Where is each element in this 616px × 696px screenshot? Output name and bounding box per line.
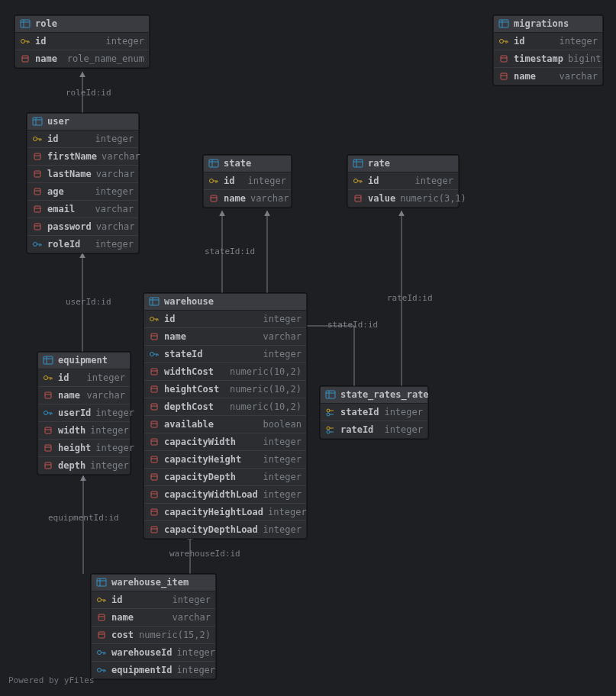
col-name: age [47, 186, 64, 197]
column-row[interactable]: widthinteger [38, 422, 130, 440]
pk-icon [208, 176, 219, 186]
column-row[interactable]: firstNamevarchar [27, 148, 138, 166]
col-type: integer [240, 437, 302, 447]
col-type: varchar [138, 612, 211, 623]
column-row[interactable]: namerole_name_enum [15, 50, 149, 67]
column-row[interactable]: namevarchar [204, 190, 291, 207]
table-warehouse-item[interactable]: warehouse_item idinteger namevarchar cos… [91, 574, 216, 679]
col-name: name [514, 71, 536, 82]
column-icon [149, 331, 160, 342]
svg-point-28 [34, 243, 37, 246]
column-icon [43, 425, 53, 436]
col-type: bigint [568, 53, 601, 64]
col-type: integer [383, 176, 453, 186]
column-row[interactable]: namevarchar [144, 328, 306, 346]
col-name: id [47, 134, 58, 144]
column-row[interactable]: stateIdinteger [144, 346, 306, 363]
table-user[interactable]: user idinteger firstNamevarchar lastName… [27, 113, 139, 253]
svg-point-97 [98, 669, 102, 672]
column-row[interactable]: idinteger [27, 130, 138, 148]
column-row[interactable]: idinteger [38, 369, 130, 387]
column-row[interactable]: stateIdinteger [321, 404, 427, 421]
table-state[interactable]: state idinteger namevarchar [203, 155, 292, 208]
svg-rect-24 [34, 206, 40, 212]
column-row[interactable]: depthCostnumeric(10,2) [144, 398, 306, 416]
column-row[interactable]: rateIdinteger [321, 421, 427, 438]
svg-rect-18 [34, 153, 40, 160]
column-row[interactable]: idinteger [494, 33, 602, 50]
col-type: integer [263, 524, 302, 535]
column-row[interactable]: widthCostnumeric(10,2) [144, 363, 306, 381]
column-row[interactable]: userIdinteger [38, 404, 130, 422]
svg-rect-26 [34, 224, 40, 230]
column-row[interactable]: lastNamevarchar [27, 166, 138, 183]
column-icon [149, 384, 160, 395]
column-icon [149, 366, 160, 377]
column-row[interactable]: warehouseIdinteger [92, 644, 215, 662]
column-row[interactable]: capacityHeightLoadinteger [144, 504, 306, 521]
column-row[interactable]: idinteger [92, 591, 215, 609]
column-row[interactable]: timestampbigint [494, 50, 602, 68]
column-row[interactable]: idinteger [15, 33, 149, 50]
col-name: available [164, 419, 214, 430]
svg-rect-54 [151, 421, 157, 427]
pkfk-icon [325, 424, 336, 435]
column-row[interactable]: valuenumeric(3,1) [348, 190, 458, 207]
col-name: stateId [340, 407, 379, 417]
column-row[interactable]: idinteger [144, 311, 306, 328]
column-row[interactable]: equipmentIdinteger [92, 662, 215, 678]
col-type: numeric(3,1) [400, 193, 466, 204]
svg-point-44 [150, 317, 154, 321]
table-role[interactable]: role idinteger namerole_name_enum [15, 15, 150, 68]
column-row[interactable]: capacityHeightinteger [144, 451, 306, 469]
col-name: firstName [47, 151, 97, 162]
column-row[interactable]: availableboolean [144, 416, 306, 433]
column-row[interactable]: capacityDepthinteger [144, 469, 306, 486]
col-type: integer [85, 239, 134, 250]
column-row[interactable]: namevarchar [92, 609, 215, 627]
table-header: warehouse_item [92, 575, 215, 591]
svg-rect-12 [501, 73, 507, 79]
table-migrations[interactable]: migrations idinteger timestampbigint nam… [493, 15, 603, 85]
col-type: integer [69, 186, 134, 197]
column-row[interactable]: passwordvarchar [27, 218, 138, 236]
table-rate[interactable]: rate idinteger valuenumeric(3,1) [347, 155, 459, 208]
svg-point-84 [327, 409, 330, 412]
table-equipment[interactable]: equipment idinteger namevarchar userIdin… [37, 352, 131, 475]
column-row[interactable]: idinteger [204, 172, 291, 190]
svg-rect-22 [34, 188, 40, 195]
svg-rect-6 [499, 20, 508, 27]
table-state-rates-rate[interactable]: state_rates_rate stateIdinteger rateIdin… [320, 386, 428, 439]
column-row[interactable]: namevarchar [38, 387, 130, 404]
column-icon [20, 53, 31, 64]
column-row[interactable]: capacityDepthLoadinteger [144, 521, 306, 538]
column-row[interactable]: heightCostnumeric(10,2) [144, 381, 306, 398]
svg-rect-50 [151, 386, 157, 392]
column-row[interactable]: idinteger [348, 172, 458, 190]
col-name: email [47, 204, 75, 214]
column-row[interactable]: heightinteger [38, 440, 130, 457]
column-row[interactable]: ageinteger [27, 183, 138, 201]
column-row[interactable]: depthinteger [38, 457, 130, 474]
column-row[interactable]: costnumeric(15,2) [92, 627, 215, 644]
column-icon [149, 401, 160, 412]
col-name: id [514, 36, 524, 47]
column-row[interactable]: emailvarchar [27, 201, 138, 218]
svg-point-74 [44, 411, 48, 415]
svg-rect-60 [151, 474, 157, 480]
table-warehouse[interactable]: warehouse idinteger namevarchar stateIdi… [144, 293, 307, 539]
column-icon [32, 221, 43, 232]
table-icon [208, 158, 219, 169]
col-name: capacityDepth [164, 472, 236, 482]
svg-point-87 [327, 430, 330, 433]
col-type: numeric(10,2) [218, 401, 302, 412]
table-icon [20, 18, 31, 29]
col-type: integer [127, 594, 211, 605]
svg-rect-20 [34, 171, 40, 177]
column-row[interactable]: capacityWidthLoadinteger [144, 486, 306, 504]
column-row[interactable]: namevarchar [494, 68, 602, 85]
col-type: varchar [96, 221, 135, 232]
column-icon [32, 169, 43, 179]
column-row[interactable]: roleIdinteger [27, 236, 138, 253]
column-row[interactable]: capacityWidthinteger [144, 433, 306, 451]
